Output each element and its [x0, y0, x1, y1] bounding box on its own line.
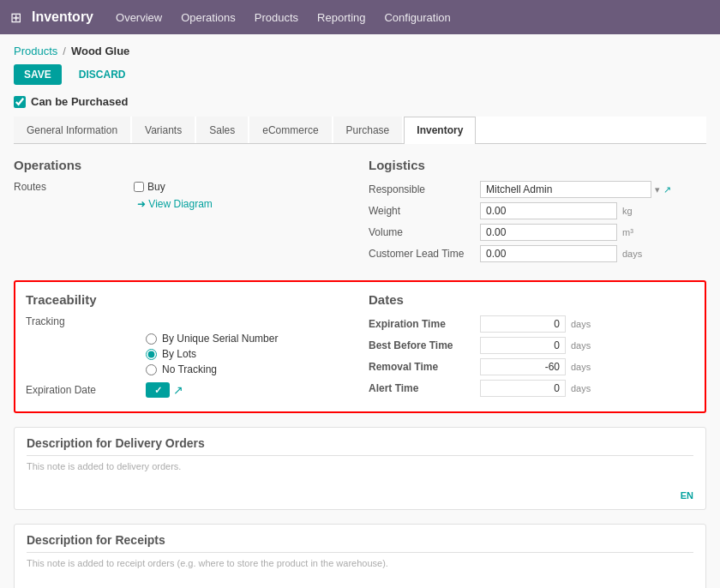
- dates-title: Dates: [369, 292, 694, 307]
- expiration-date-arrow-icon: ↗: [173, 383, 183, 397]
- action-bar: SAVE DISCARD: [14, 64, 706, 85]
- tab-sales[interactable]: Sales: [196, 117, 248, 143]
- weight-row: Weight kg: [369, 202, 706, 219]
- tab-variants[interactable]: Variants: [132, 117, 195, 143]
- customer-lead-time-row: Customer Lead Time days: [369, 245, 706, 262]
- tab-purchase[interactable]: Purchase: [333, 117, 403, 143]
- tab-inventory[interactable]: Inventory: [404, 117, 476, 144]
- view-diagram-row: View Diagram: [14, 198, 351, 210]
- tracking-none-radio[interactable]: [146, 364, 157, 375]
- view-diagram-link[interactable]: View Diagram: [137, 198, 213, 210]
- tracking-serial-label: By Unique Serial Number: [162, 333, 278, 345]
- responsible-row: Responsible ▾ ↗: [369, 181, 706, 198]
- operations-logistics-row: Operations Routes Buy View Diagram Logis…: [14, 158, 706, 267]
- traceability-column: Traceability Tracking By Unique Serial N…: [26, 292, 351, 401]
- receipt-divider: [27, 552, 693, 553]
- removal-time-unit: days: [571, 362, 591, 372]
- grid-icon[interactable]: ⊞: [10, 9, 21, 26]
- operations-title: Operations: [14, 158, 351, 172]
- nav-products[interactable]: Products: [253, 8, 300, 27]
- main-content: Products / Wood Glue SAVE DISCARD Can be…: [0, 34, 720, 588]
- can-be-purchased-row: Can be Purchased: [14, 95, 706, 108]
- breadcrumb-current: Wood Glue: [71, 45, 129, 57]
- tracking-radio-group: By Unique Serial Number By Lots No Track…: [146, 333, 351, 375]
- tracking-row: Tracking: [26, 315, 351, 327]
- customer-lead-time-input[interactable]: [480, 245, 617, 262]
- receipt-description-section: Description for Receipts This note is ad…: [14, 524, 706, 588]
- responsible-field: ▾ ↗: [480, 181, 671, 198]
- nav-reporting[interactable]: Reporting: [315, 8, 367, 27]
- delivery-description-lang[interactable]: EN: [27, 490, 693, 501]
- weight-unit: kg: [622, 206, 633, 216]
- volume-unit: m³: [622, 227, 633, 237]
- traceability-dates-section: Traceability Tracking By Unique Serial N…: [14, 280, 706, 413]
- expiration-time-row: Expiration Time days: [369, 315, 694, 333]
- receipt-description-placeholder[interactable]: This note is added to receipt orders (e.…: [27, 558, 693, 584]
- expiration-date-toggle[interactable]: [146, 382, 170, 398]
- removal-time-input[interactable]: [480, 358, 566, 375]
- volume-label: Volume: [369, 226, 480, 238]
- logistics-title: Logistics: [369, 158, 706, 172]
- nav-menu: Overview Operations Products Reporting C…: [114, 8, 453, 27]
- traceability-title: Traceability: [26, 292, 351, 307]
- tab-general-information[interactable]: General Information: [14, 117, 130, 143]
- breadcrumb: Products / Wood Glue: [14, 45, 706, 57]
- logistics-section: Logistics Responsible ▾ ↗ Weight kg Volu…: [369, 158, 706, 267]
- dates-column: Dates Expiration Time days Best Before T…: [369, 292, 694, 401]
- responsible-edit-icon[interactable]: ↗: [663, 184, 671, 195]
- alert-time-label: Alert Time: [369, 382, 480, 394]
- breadcrumb-separator: /: [63, 45, 66, 57]
- discard-button[interactable]: DISCARD: [69, 64, 136, 85]
- alert-time-unit: days: [571, 383, 591, 393]
- save-button[interactable]: SAVE: [14, 64, 62, 85]
- routes-row: Routes Buy: [14, 181, 351, 193]
- nav-configuration[interactable]: Configuration: [382, 8, 452, 27]
- best-before-time-input[interactable]: [480, 337, 566, 354]
- expiration-date-row: Expiration Date ↗: [26, 382, 351, 398]
- weight-input[interactable]: [480, 202, 617, 219]
- can-be-purchased-checkbox[interactable]: [14, 96, 26, 108]
- volume-row: Volume m³: [369, 224, 706, 241]
- nav-overview[interactable]: Overview: [114, 8, 164, 27]
- responsible-dropdown-icon: ▾: [655, 184, 660, 195]
- best-before-time-label: Best Before Time: [369, 339, 480, 351]
- expiration-time-unit: days: [571, 319, 591, 329]
- can-be-purchased-label: Can be Purchased: [31, 95, 128, 108]
- volume-input[interactable]: [480, 224, 617, 241]
- delivery-description-section: Description for Delivery Orders This not…: [14, 427, 706, 510]
- delivery-description-placeholder[interactable]: This note is added to delivery orders.: [27, 461, 693, 487]
- tracking-lots-option: By Lots: [146, 348, 351, 360]
- alert-time-input[interactable]: [480, 380, 566, 397]
- tracking-serial-option: By Unique Serial Number: [146, 333, 351, 345]
- alert-time-row: Alert Time days: [369, 380, 694, 397]
- tab-bar: General Information Variants Sales eComm…: [14, 117, 706, 144]
- responsible-input[interactable]: [480, 181, 651, 198]
- tracking-label: Tracking: [26, 315, 146, 327]
- breadcrumb-parent[interactable]: Products: [14, 45, 57, 57]
- operations-section: Operations Routes Buy View Diagram: [14, 158, 351, 267]
- tracking-lots-label: By Lots: [162, 348, 196, 360]
- tracking-none-option: No Tracking: [146, 363, 351, 375]
- expiration-time-label: Expiration Time: [369, 318, 480, 330]
- tracking-lots-radio[interactable]: [146, 349, 157, 360]
- delivery-description-title: Description for Delivery Orders: [27, 436, 693, 450]
- tab-ecommerce[interactable]: eCommerce: [249, 117, 331, 143]
- tracking-none-label: No Tracking: [162, 363, 217, 375]
- customer-lead-time-label: Customer Lead Time: [369, 248, 480, 260]
- buy-checkbox[interactable]: [134, 182, 144, 192]
- removal-time-label: Removal Time: [369, 361, 480, 373]
- removal-time-row: Removal Time days: [369, 358, 694, 375]
- best-before-time-row: Best Before Time days: [369, 337, 694, 354]
- nav-operations[interactable]: Operations: [179, 8, 237, 27]
- buy-label: Buy: [147, 181, 165, 193]
- best-before-time-unit: days: [571, 340, 591, 351]
- customer-lead-time-unit: days: [622, 249, 642, 259]
- expiration-time-input[interactable]: [480, 315, 566, 333]
- top-navigation: ⊞ Inventory Overview Operations Products…: [0, 0, 720, 34]
- app-title: Inventory: [32, 9, 93, 25]
- responsible-label: Responsible: [369, 183, 480, 195]
- expiration-date-label: Expiration Date: [26, 384, 146, 396]
- delivery-divider: [27, 455, 693, 456]
- tracking-serial-radio[interactable]: [146, 333, 157, 345]
- weight-label: Weight: [369, 205, 480, 217]
